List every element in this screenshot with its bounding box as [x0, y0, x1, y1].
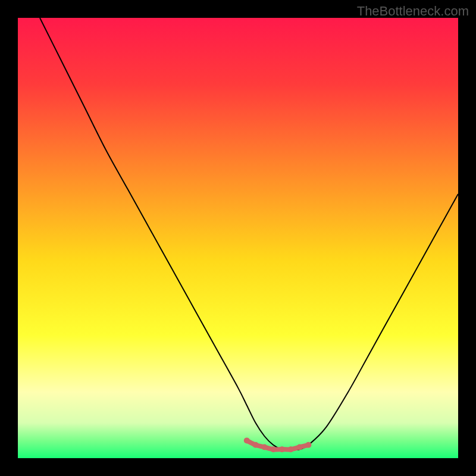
bottleneck-curve	[40, 18, 458, 450]
watermark-text: TheBottleneck.com	[357, 4, 469, 19]
optimal-zone-dot	[279, 446, 285, 452]
optimal-zone-dot	[244, 437, 250, 443]
optimal-zone-dot	[270, 446, 276, 452]
chart-frame	[18, 18, 458, 458]
optimal-zone-dot	[297, 444, 303, 450]
optimal-zone-dot	[288, 446, 294, 452]
optimal-zone-dot	[261, 444, 267, 450]
optimal-zone-dot	[253, 442, 259, 448]
optimal-zone-dot	[305, 442, 311, 448]
chart-curve-layer	[18, 18, 458, 458]
